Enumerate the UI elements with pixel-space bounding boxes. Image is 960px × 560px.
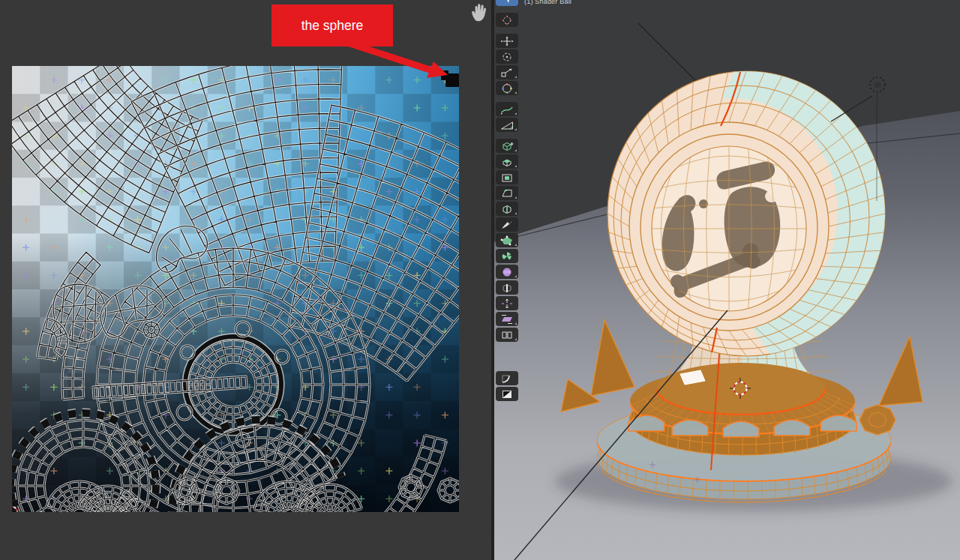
rotate-icon [500, 52, 514, 62]
blender-window: (1) Shader Ball the sphere [0, 0, 960, 560]
tool-cursor-button[interactable] [496, 13, 518, 27]
tool-annotate-button[interactable] [496, 102, 518, 116]
tool-tweak-button[interactable] [496, 0, 518, 6]
toolbar-group-0 [496, 0, 518, 7]
poly-build-icon [500, 235, 514, 246]
bevel-icon [500, 188, 514, 199]
tweak-icon [500, 0, 514, 4]
annotate-icon [500, 104, 514, 115]
toolbar-group-4 [496, 139, 518, 343]
tool-rip-region-button[interactable] [496, 328, 518, 342]
uv-island-strip-band[interactable] [93, 376, 247, 398]
uv-island-fan-top-left[interactable] [12, 66, 202, 253]
uv-layout-svg [12, 66, 459, 512]
uv-island-hole-3[interactable] [177, 405, 192, 420]
uv-island-strip-right-bottom[interactable] [328, 435, 446, 512]
pan-hand-icon [470, 2, 488, 22]
edge-slide-icon [500, 283, 514, 293]
uv-island-ring-inner[interactable] [188, 340, 278, 430]
viewport-scene-svg [494, 0, 960, 560]
spin-icon [500, 251, 514, 262]
measure-icon [500, 120, 514, 130]
extrude-region-icon [500, 157, 514, 167]
tool-rip-edge-button[interactable] [496, 387, 518, 401]
knife-icon [500, 220, 514, 230]
tool-extrude-region-button[interactable] [496, 154, 518, 169]
scale-icon [500, 67, 514, 78]
base-spike [591, 320, 634, 396]
rip-edge-icon [500, 389, 514, 400]
uv-editor[interactable] [0, 0, 492, 560]
uv-island-octagon-2[interactable] [214, 478, 239, 504]
move-icon [500, 36, 514, 46]
annotation-box: the sphere [272, 4, 393, 46]
add-cube-icon [500, 141, 514, 151]
viewport-object-label: (1) Shader Ball [524, 0, 572, 5]
tool-edge-slide-button[interactable] [496, 280, 518, 295]
tool-rotate-button[interactable] [496, 49, 518, 64]
smooth-icon [500, 267, 514, 277]
uv-island-octagon-1[interactable] [173, 478, 199, 504]
tool-shrink-fatten-button[interactable] [496, 296, 518, 310]
to-sphere-icon [500, 373, 514, 384]
tool-shear-button[interactable] [496, 312, 518, 326]
toolbar-group-2 [496, 34, 518, 97]
loop-cut-icon [500, 204, 514, 214]
toolbar-group-1 [496, 13, 518, 28]
annotation-label: the sphere [302, 18, 364, 34]
uv-island-octagon-4[interactable] [438, 478, 459, 502]
toolbar-group-3 [496, 102, 518, 133]
tool-move-button[interactable] [496, 34, 518, 48]
toolbar-group-5 [496, 371, 518, 403]
shear-icon [500, 314, 514, 325]
tool-scale-button[interactable] [496, 65, 518, 79]
toolbar [496, 0, 518, 408]
tool-measure-button[interactable] [496, 118, 518, 132]
cursor-icon [500, 15, 514, 25]
uv-island-sphere-island[interactable] [442, 71, 458, 86]
tool-to-sphere-button[interactable] [496, 371, 518, 385]
uv-island-fan-right[interactable] [289, 105, 459, 381]
tool-add-cube-button[interactable] [496, 139, 518, 153]
tool-bevel-button[interactable] [496, 186, 518, 200]
base-spike [879, 337, 922, 406]
shrink-fatten-icon [500, 298, 514, 309]
rip-region-icon [500, 330, 514, 340]
tool-inset-faces-button[interactable] [496, 170, 518, 184]
uv-island-octagon-3[interactable] [399, 475, 423, 499]
inset-faces-icon [500, 172, 514, 183]
tool-smooth-button[interactable] [496, 265, 518, 279]
tool-transform-button[interactable] [496, 81, 518, 95]
tool-loop-cut-button[interactable] [496, 202, 518, 216]
tool-spin-button[interactable] [496, 249, 518, 263]
uv-island-hole-4[interactable] [181, 346, 194, 359]
uv-image-canvas[interactable] [12, 66, 459, 512]
transform-icon [500, 83, 514, 94]
tool-knife-button[interactable] [496, 217, 518, 232]
viewport-3d[interactable]: (1) Shader Ball [494, 0, 960, 560]
tool-poly-build-button[interactable] [496, 233, 518, 247]
